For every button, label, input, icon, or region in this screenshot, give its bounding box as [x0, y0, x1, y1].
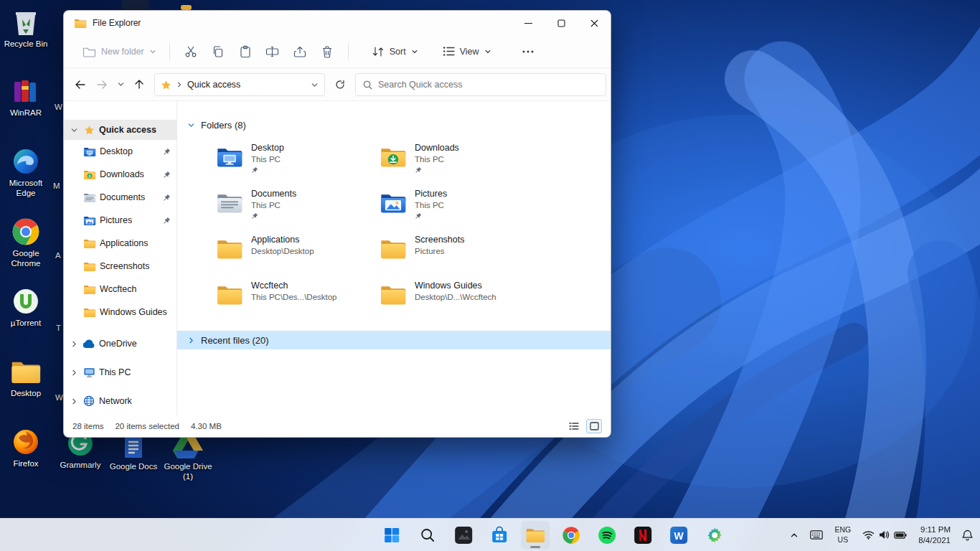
desktop-icon-partial-label[interactable]: T	[56, 324, 61, 332]
pictures-folder-icon	[380, 191, 407, 215]
sidebar-item-wccftech[interactable]: Wccftech	[64, 278, 176, 301]
close-button[interactable]	[578, 11, 611, 35]
desktop-icon-partial[interactable]	[181, 5, 192, 10]
paste-button[interactable]	[232, 41, 259, 62]
sidebar-item-documents[interactable]: Documents	[64, 186, 176, 209]
folder-tile-windows-guides[interactable]: Windows Guides Desktop\D...\Wccftech	[377, 279, 532, 318]
desktop-icon-utorrent[interactable]: µTorrent	[1, 286, 50, 329]
search-box[interactable]	[355, 73, 606, 96]
language-switcher[interactable]: ENG US	[830, 521, 855, 550]
desktop-icon-partial[interactable]	[122, 0, 149, 9]
clock[interactable]: 9:11 PM 8/4/2021	[914, 521, 955, 550]
touch-keyboard-button[interactable]	[806, 521, 827, 550]
sidebar-item-onedrive[interactable]: OneDrive	[64, 329, 176, 358]
chevron-down-icon	[187, 121, 195, 129]
address-dropdown-chevron[interactable]	[311, 81, 319, 89]
sidebar-item-label: Windows Guides	[100, 307, 167, 317]
more-options-button[interactable]	[514, 46, 542, 57]
hidden-icons-button[interactable]	[786, 521, 803, 550]
back-button[interactable]	[70, 74, 91, 95]
cut-icon	[184, 45, 197, 58]
system-tray-quick-settings[interactable]	[858, 521, 911, 550]
tray-date: 8/4/2021	[918, 535, 951, 546]
taskbar-spotify-button[interactable]	[593, 521, 621, 550]
new-folder-button[interactable]: New folder	[77, 42, 162, 62]
folder-tile-applications[interactable]: Applications Desktop\Desktop	[213, 233, 368, 272]
sidebar-item-applications[interactable]: Applications	[64, 232, 176, 255]
breadcrumb[interactable]: Quick access	[187, 80, 240, 90]
sidebar-item-this-pc[interactable]: This PC	[64, 358, 176, 387]
folder-tile-screenshots[interactable]: Screenshots Pictures	[377, 233, 532, 272]
folders-group-header[interactable]: Folders (8)	[183, 116, 250, 134]
details-view-button[interactable]	[566, 419, 582, 433]
notification-center-button[interactable]	[958, 521, 977, 550]
sidebar-item-windows-guides[interactable]: Windows Guides	[64, 301, 176, 324]
search-button[interactable]	[413, 521, 442, 550]
pin-icon	[251, 166, 258, 174]
pictures-folder-icon	[83, 215, 96, 226]
desktop-icon-firefox[interactable]: Firefox	[1, 427, 50, 469]
chevron-down-icon[interactable]	[70, 126, 79, 134]
desktop-icon-winrar[interactable]: WinRAR	[1, 76, 50, 118]
desktop-folder-icon	[216, 145, 243, 169]
view-button[interactable]: View	[437, 42, 497, 61]
taskbar-photos-button[interactable]	[449, 521, 478, 550]
desktop-icon-partial-label[interactable]: W	[55, 393, 63, 402]
large-icons-view-button[interactable]	[586, 419, 602, 433]
folder-tile-pictures[interactable]: Pictures This PC	[377, 187, 532, 226]
file-explorer-icon	[525, 527, 545, 544]
sidebar-item-quick-access[interactable]: Quick access	[64, 120, 176, 140]
search-input[interactable]	[378, 80, 598, 90]
desktop-icon-recycle-bin[interactable]: Recycle Bin	[1, 7, 50, 50]
copy-button[interactable]	[204, 41, 232, 62]
minimize-button[interactable]	[512, 11, 545, 35]
chevron-right-icon[interactable]	[70, 369, 79, 377]
desktop-icon-google-chrome[interactable]: Google Chrome	[1, 217, 50, 269]
titlebar[interactable]: File Explorer	[64, 11, 611, 35]
desktop-icon-partial-label[interactable]: W	[55, 103, 62, 111]
sidebar-item-screenshots[interactable]: Screenshots	[64, 255, 176, 278]
folder-tile-documents[interactable]: Documents This PC	[213, 187, 368, 226]
share-button[interactable]	[286, 41, 314, 62]
desktop-icon-partial-label[interactable]: M	[53, 182, 60, 190]
start-button[interactable]	[377, 521, 406, 550]
view-label: View	[460, 47, 479, 57]
sidebar-item-label: Applications	[100, 238, 148, 248]
taskbar-file-explorer-button[interactable]	[521, 521, 550, 550]
folder-name: Desktop	[251, 143, 284, 154]
desktop-icon-desktop-folder[interactable]: Desktop	[1, 357, 50, 399]
forward-button[interactable]	[91, 74, 113, 95]
rename-button[interactable]	[259, 41, 286, 62]
sidebar-item-pictures[interactable]: Pictures	[64, 209, 176, 232]
maximize-button[interactable]	[545, 11, 578, 35]
up-button[interactable]	[128, 74, 150, 95]
folder-tile-downloads[interactable]: Downloads This PC	[377, 141, 532, 180]
sort-button[interactable]: Sort	[366, 42, 424, 62]
delete-button[interactable]	[314, 41, 341, 62]
refresh-button[interactable]	[331, 75, 349, 94]
folder-tile-desktop[interactable]: Desktop This PC	[213, 141, 368, 180]
chevron-down-icon	[484, 48, 491, 55]
divider	[169, 43, 170, 60]
desktop-icon-microsoft-edge[interactable]: Microsoft Edge	[1, 146, 50, 199]
chevron-right-icon[interactable]	[70, 397, 79, 405]
recent-files-group-header[interactable]: Recent files (20)	[177, 331, 611, 349]
folder-tile-wccftech[interactable]: Wccftech This PC\Des...\Desktop	[213, 279, 368, 318]
recent-locations-button[interactable]	[113, 74, 128, 95]
new-folder-label: New folder	[101, 47, 144, 57]
status-selected-size: 4.30 MB	[191, 422, 222, 430]
taskbar-netflix-button[interactable]	[628, 521, 657, 550]
taskbar-chrome-button[interactable]	[557, 521, 585, 550]
desktop-icon-partial-label[interactable]: A	[55, 251, 61, 260]
taskbar-settings-button[interactable]	[700, 521, 729, 550]
chevron-right-icon[interactable]	[70, 340, 79, 348]
desktop: W M A T W Recycle Bin WinRAR	[0, 0, 980, 551]
taskbar-word-button[interactable]: W	[664, 521, 693, 550]
cut-button[interactable]	[177, 41, 204, 62]
folder-location: Pictures	[415, 246, 464, 257]
sidebar-item-desktop[interactable]: Desktop	[64, 140, 176, 163]
address-bar[interactable]: Quick access	[154, 73, 325, 96]
taskbar-store-button[interactable]	[485, 521, 514, 550]
sidebar-item-downloads[interactable]: Downloads	[64, 163, 176, 186]
sidebar-item-network[interactable]: Network	[64, 387, 176, 415]
